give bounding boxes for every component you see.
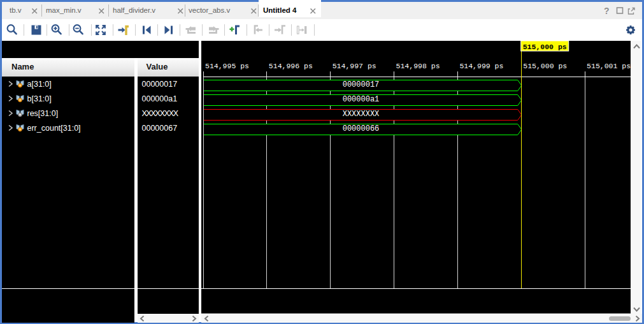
svg-text:515,000 ps: 515,000 ps xyxy=(523,62,567,70)
svg-text:00000066: 00000066 xyxy=(342,124,379,133)
svg-text:514,996 ps: 514,996 ps xyxy=(268,62,312,70)
svg-text:514,995 ps: 514,995 ps xyxy=(205,62,249,70)
svg-text:000000a1: 000000a1 xyxy=(342,95,379,104)
svg-text:514,998 ps: 514,998 ps xyxy=(396,62,440,70)
svg-text:514,999 ps: 514,999 ps xyxy=(459,62,503,70)
svg-text:?: ? xyxy=(604,6,610,16)
svg-text:515,000 ps: 515,000 ps xyxy=(522,43,566,51)
svg-text:515,001 ps: 515,001 ps xyxy=(587,62,631,70)
svg-text:00000017: 00000017 xyxy=(342,80,379,89)
svg-text:514,997 ps: 514,997 ps xyxy=(332,62,376,70)
svg-text:XXXXXXXX: XXXXXXXX xyxy=(342,110,379,119)
